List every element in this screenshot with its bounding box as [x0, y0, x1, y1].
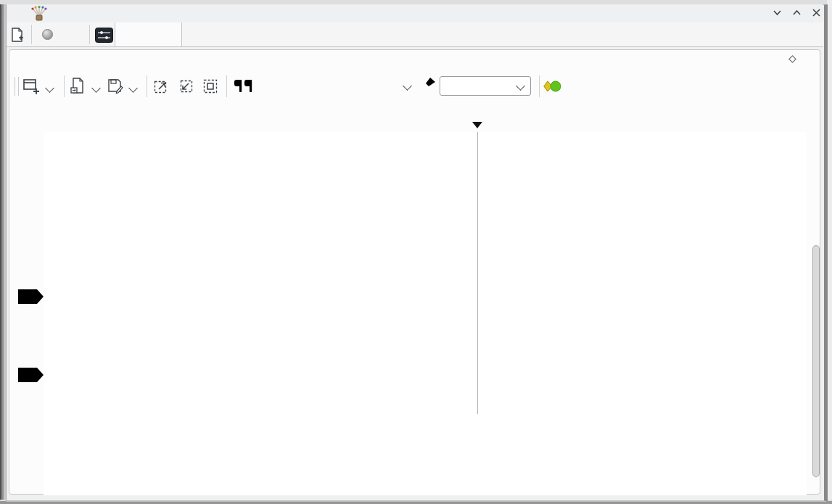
zoom-out-button[interactable]: [178, 79, 194, 94]
sample-count-select[interactable]: [440, 76, 531, 96]
new-view-icon: [23, 78, 41, 94]
minimize-button[interactable]: [771, 7, 783, 19]
settings-icon[interactable]: [95, 28, 113, 43]
channel-tag-a0[interactable]: [17, 289, 45, 305]
background-window-sliver-left: [0, 4, 6, 500]
vertical-scrollbar[interactable]: [812, 245, 820, 477]
channel-tag-v0[interactable]: [17, 367, 45, 383]
save-button[interactable]: [107, 78, 125, 95]
zoom-fit-icon: [203, 79, 218, 94]
zoom-in-button[interactable]: [154, 79, 169, 94]
tab-session-1[interactable]: [115, 22, 182, 46]
open-file-button[interactable]: [70, 78, 86, 95]
background-window-sliver-right: [827, 0, 832, 504]
channels-button[interactable]: [543, 80, 562, 93]
tab-accent-bar: [115, 22, 181, 25]
toolbar-separator: [226, 75, 227, 97]
timeline-ruler[interactable]: [44, 102, 812, 132]
toolbar-separator: [64, 75, 65, 97]
channels-icon: [543, 80, 562, 93]
channel-band-v0: [44, 334, 807, 414]
toolbar-drag-handle[interactable]: [15, 77, 19, 96]
zoom-in-icon: [154, 79, 169, 94]
toolbar-separator: [31, 25, 32, 44]
close-button[interactable]: [810, 7, 823, 19]
run-led-icon: [42, 29, 53, 40]
window-title: [7, 4, 823, 22]
new-session-icon[interactable]: [9, 27, 25, 43]
cursor-line: [477, 132, 478, 414]
chevron-down-icon: [403, 81, 412, 91]
open-file-icon: [70, 78, 86, 95]
probe-icon: [420, 76, 437, 96]
trigger-markers-button[interactable]: [234, 79, 254, 94]
channel-band-a0: [44, 178, 807, 297]
trigger-flags-icon: [234, 79, 254, 94]
chevron-down-icon: [516, 81, 525, 91]
new-view-button[interactable]: [23, 78, 41, 94]
configure-device-button[interactable]: [420, 76, 437, 96]
desktop: [0, 0, 832, 504]
run-button[interactable]: [41, 22, 86, 46]
toolbar-separator: [147, 75, 147, 97]
toolbar-separator: [89, 25, 90, 44]
zoom-fit-button[interactable]: [203, 79, 218, 94]
toolbar-separator: [539, 75, 540, 97]
titlebar[interactable]: [7, 4, 823, 23]
device-selector[interactable]: [265, 76, 414, 96]
zoom-out-icon: [178, 79, 194, 94]
pulseview-logo-icon: [30, 6, 48, 21]
trigger-marker-icon[interactable]: [472, 122, 482, 128]
save-icon: [107, 78, 125, 95]
float-dock-icon[interactable]: [788, 54, 797, 64]
maximize-button[interactable]: [791, 7, 803, 19]
